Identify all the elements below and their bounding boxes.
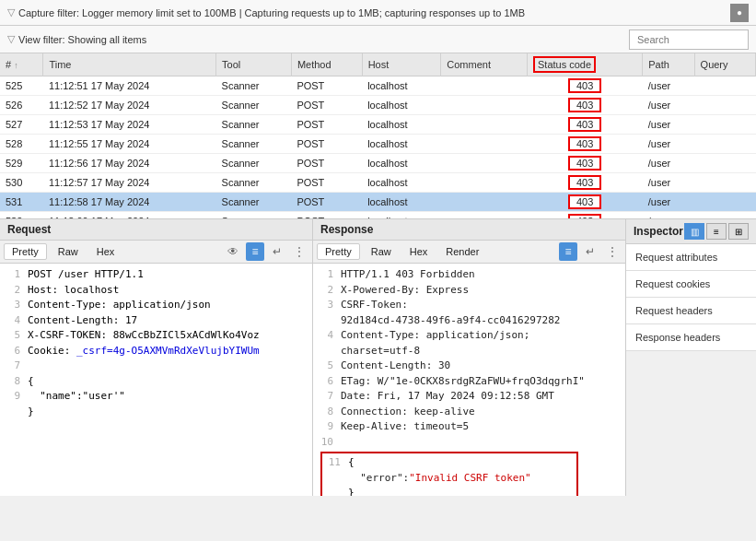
cell-num: 526 (0, 96, 43, 115)
cell-method: POST (291, 76, 362, 96)
cell-time: 11:12:57 17 May 2024 (43, 173, 216, 193)
capture-filter-button[interactable]: ● (730, 4, 749, 22)
bottom-section: Request Pretty Raw Hex 👁 ≡ ↵ ⋮ 1POST /us… (0, 219, 756, 496)
request-tab-raw[interactable]: Raw (51, 244, 86, 259)
cell-status: 403 (528, 76, 643, 96)
cell-host: localhost (362, 135, 441, 154)
request-wrap-icon[interactable]: ≡ (246, 242, 264, 261)
response-panel-header: Response (313, 219, 625, 241)
view-toggle-split[interactable]: ⊞ (728, 223, 749, 240)
table-row[interactable]: 528 11:12:55 17 May 2024 Scanner POST lo… (0, 135, 756, 154)
res-line-1: 1HTTP/1.1 403 Forbidden (320, 267, 618, 283)
inspector-icons: ▥ ≡ ⊞ (684, 223, 749, 240)
cell-path: /user (643, 193, 694, 212)
response-menu-icon[interactable]: ⋮ (603, 242, 622, 261)
request-ln-icon[interactable]: ↵ (268, 242, 286, 261)
cell-comment (441, 76, 528, 96)
res-line-4: 4Content-Type: application/json; (320, 328, 618, 344)
response-tab-hex[interactable]: Hex (402, 244, 436, 259)
table-header-row: # ↑ Time Tool Method Host Comment Status… (0, 53, 756, 76)
response-tab-raw[interactable]: Raw (364, 244, 399, 259)
cell-query (694, 96, 755, 115)
response-panel: Response Pretty Raw Hex Render ≡ ↵ ⋮ 1HT… (313, 219, 626, 496)
cell-tool: Scanner (216, 96, 292, 115)
inspector-item-request-cookies[interactable]: Request cookies (626, 271, 756, 298)
request-table: # ↑ Time Tool Method Host Comment Status… (0, 53, 756, 219)
cell-tool: Scanner (216, 135, 292, 154)
cell-status: 403 (528, 135, 643, 154)
cell-path: /user (643, 173, 694, 193)
table-row[interactable]: 532 11:13:00 17 May 2024 Scanner POST lo… (0, 212, 756, 220)
inspector-header: Inspector ▥ ≡ ⊞ (626, 219, 756, 244)
cell-status: 403 (528, 212, 643, 220)
col-header-method: Method (291, 53, 362, 76)
res-line-3b: 392d184cd-4738-49f6-a9f4-cc0416297282 (320, 313, 618, 329)
cell-comment (441, 193, 528, 212)
view-filter-icon: ▽ (7, 33, 15, 45)
request-menu-icon[interactable]: ⋮ (290, 242, 308, 261)
inspector-items: Request attributesRequest cookiesRequest… (626, 244, 756, 351)
res-line-11c: 11} (328, 486, 571, 496)
request-tab-hex[interactable]: Hex (89, 244, 122, 259)
col-header-path: Path (643, 53, 694, 76)
response-ln-icon[interactable]: ↵ (581, 242, 599, 261)
inspector-title: Inspector (634, 225, 683, 238)
cell-num: 525 (0, 76, 43, 96)
cell-status: 403 (528, 154, 643, 173)
res-line-6: 6ETag: W/"1e-0CKX8srdgRZaFWU+frqO3dqgrhI… (320, 374, 618, 390)
cell-num: 531 (0, 193, 43, 212)
inspector-item-response-headers[interactable]: Response headers (626, 324, 756, 351)
req-line-10: 10} (7, 405, 305, 420)
response-wrap-icon[interactable]: ≡ (559, 242, 577, 261)
inspector-item-request-headers[interactable]: Request headers (626, 298, 756, 324)
cell-time: 11:12:52 17 May 2024 (43, 96, 216, 115)
cell-time: 11:12:53 17 May 2024 (43, 115, 216, 135)
response-tab-pretty[interactable]: Pretty (317, 243, 360, 260)
cell-comment (441, 212, 528, 220)
cell-tool: Scanner (216, 193, 292, 212)
capture-filter-icon: ▽ (7, 6, 15, 18)
request-table-container: # ↑ Time Tool Method Host Comment Status… (0, 53, 756, 219)
view-toggle: ▥ ≡ ⊞ (684, 223, 749, 240)
response-tab-render[interactable]: Render (438, 244, 486, 259)
cell-method: POST (291, 212, 362, 220)
res-line-8: 8Connection: keep-alive (320, 405, 618, 420)
inspector-item-request-attributes[interactable]: Request attributes (626, 244, 756, 271)
response-error-block: 11{ 11 "error":"Invalid CSRF token" 11} (320, 452, 578, 496)
cell-host: localhost (362, 115, 441, 135)
view-toggle-panel[interactable]: ▥ (684, 223, 704, 240)
cell-comment (441, 173, 528, 193)
col-header-tool: Tool (216, 53, 292, 76)
table-row[interactable]: 530 11:12:57 17 May 2024 Scanner POST lo… (0, 173, 756, 193)
cell-path: /user (643, 96, 694, 115)
request-eye-icon[interactable]: 👁 (224, 242, 242, 261)
view-filter-bar: ▽ View filter: Showing all items (0, 26, 756, 53)
req-line-7: 7 (7, 359, 305, 374)
cell-num: 529 (0, 154, 43, 173)
search-input[interactable] (629, 29, 749, 50)
cell-time: 11:12:58 17 May 2024 (43, 193, 216, 212)
res-line-10: 10 (320, 435, 618, 451)
table-row[interactable]: 526 11:12:52 17 May 2024 Scanner POST lo… (0, 96, 756, 115)
cell-query (694, 154, 755, 173)
cell-query (694, 173, 755, 193)
request-tab-icons: 👁 ≡ ↵ ⋮ (224, 242, 308, 261)
table-row[interactable]: 531 11:12:58 17 May 2024 Scanner POST lo… (0, 193, 756, 212)
table-row[interactable]: 529 11:12:56 17 May 2024 Scanner POST lo… (0, 154, 756, 173)
req-line-4: 4Content-Length: 17 (7, 313, 305, 329)
table-row[interactable]: 525 11:12:51 17 May 2024 Scanner POST lo… (0, 76, 756, 96)
table-row[interactable]: 527 11:12:53 17 May 2024 Scanner POST lo… (0, 115, 756, 135)
view-filter-text: View filter: Showing all items (18, 34, 146, 45)
cell-path: /user (643, 115, 694, 135)
cell-num: 532 (0, 212, 43, 220)
res-line-2: 2X-Powered-By: Express (320, 283, 618, 299)
req-line-9: 9 "name":"user'" (7, 389, 305, 405)
request-content: 1POST /user HTTP/1.1 2Host: localhost 3C… (0, 264, 312, 496)
cell-comment (441, 135, 528, 154)
cell-status: 403 (528, 193, 643, 212)
view-toggle-list[interactable]: ≡ (706, 223, 727, 240)
cell-tool: Scanner (216, 154, 292, 173)
cell-tool: Scanner (216, 115, 292, 135)
request-tab-pretty[interactable]: Pretty (4, 243, 47, 260)
cell-host: localhost (362, 212, 441, 220)
